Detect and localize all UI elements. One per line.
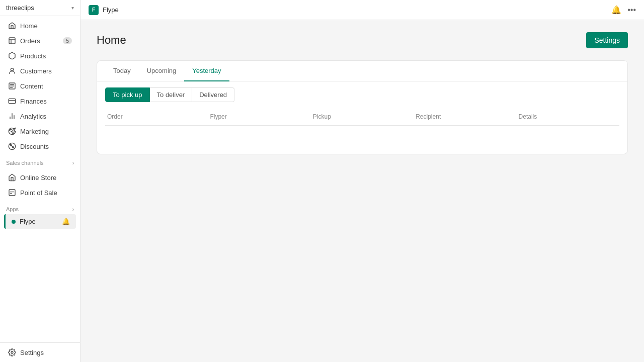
- svg-point-1: [11, 68, 13, 71]
- subtab-delivered[interactable]: Delivered: [192, 87, 234, 102]
- sales-channels-label: Sales channels: [6, 160, 44, 166]
- col-recipient: Recipient: [414, 113, 516, 120]
- sales-channels-nav: Online Store Point of Sale: [0, 168, 80, 202]
- store-selector[interactable]: threeclips ▾: [0, 0, 80, 16]
- sidebar-item-label: Orders: [20, 37, 40, 45]
- col-details: Details: [517, 113, 619, 120]
- bell-icon[interactable]: 🔔: [611, 5, 621, 15]
- status-subtabs: To pick up To deliver Delivered: [97, 81, 627, 108]
- sidebar-item-label: Finances: [20, 98, 47, 105]
- flype-dot-icon: [12, 220, 16, 224]
- date-tabs: Today Upcoming Yesterday: [97, 61, 627, 81]
- finances-icon: [8, 97, 16, 105]
- main-nav: Home Orders 5 Products Customers: [0, 16, 80, 156]
- sidebar-item-label: Analytics: [20, 113, 46, 120]
- sidebar-item-analytics[interactable]: Analytics: [2, 109, 78, 124]
- tab-upcoming[interactable]: Upcoming: [139, 61, 185, 81]
- products-icon: [8, 52, 16, 60]
- svg-rect-7: [9, 190, 15, 196]
- col-pickup: Pickup: [311, 113, 414, 120]
- col-order: Order: [105, 113, 208, 120]
- sidebar-item-products[interactable]: Products: [2, 48, 78, 63]
- table-body: [105, 126, 619, 146]
- sidebar-item-settings[interactable]: Settings: [2, 345, 78, 360]
- orders-icon: [8, 37, 16, 45]
- sidebar-item-label: Products: [20, 52, 46, 60]
- home-icon: [8, 22, 16, 30]
- content-icon: [8, 82, 16, 90]
- orders-badge: 5: [63, 37, 72, 44]
- svg-point-8: [11, 351, 13, 353]
- sidebar-item-label: Marketing: [20, 128, 49, 135]
- page-header: Home Settings: [97, 32, 628, 48]
- sidebar-bottom: Settings: [0, 342, 80, 362]
- more-icon[interactable]: •••: [627, 6, 636, 15]
- apps-label: Apps: [6, 206, 19, 212]
- sidebar-item-content[interactable]: Content: [2, 78, 78, 94]
- subtab-to-pick-up[interactable]: To pick up: [105, 87, 150, 102]
- sidebar-item-label: Customers: [20, 67, 52, 75]
- chevron-right-icon: ›: [72, 207, 74, 212]
- sidebar-item-label: Settings: [20, 349, 44, 356]
- orders-table: Order Flyper Pickup Recipient Details: [97, 108, 627, 154]
- subtab-to-deliver[interactable]: To deliver: [150, 87, 193, 102]
- app-icon: F: [89, 5, 99, 15]
- svg-rect-3: [9, 99, 15, 103]
- topbar: F Flype 🔔 •••: [80, 0, 644, 20]
- sidebar-item-finances[interactable]: Finances: [2, 94, 78, 109]
- topbar-right: 🔔 •••: [611, 5, 636, 15]
- main-card: Today Upcoming Yesterday To pick up To d…: [97, 60, 628, 154]
- sidebar-item-label: Online Store: [20, 174, 56, 182]
- apps-header[interactable]: Apps ›: [0, 202, 80, 214]
- sidebar-item-home[interactable]: Home: [2, 18, 78, 33]
- tab-today[interactable]: Today: [105, 61, 139, 81]
- gear-icon: [8, 348, 16, 356]
- bell-filled-icon: 🔔: [62, 218, 70, 225]
- store-name: threeclips: [6, 4, 34, 12]
- sidebar-item-point-of-sale[interactable]: Point of Sale: [2, 185, 78, 200]
- customers-icon: [8, 67, 16, 75]
- marketing-icon: [8, 127, 16, 135]
- sidebar-item-online-store[interactable]: Online Store: [2, 170, 78, 185]
- sidebar-item-label: Flype: [20, 218, 36, 225]
- online-store-icon: [8, 173, 16, 182]
- settings-button[interactable]: Settings: [586, 32, 628, 48]
- sidebar-item-customers[interactable]: Customers: [2, 63, 78, 78]
- page-content: Home Settings Today Upcoming Yesterday T…: [80, 20, 644, 362]
- sidebar-item-flype[interactable]: Flype 🔔: [4, 214, 76, 229]
- analytics-icon: [8, 112, 16, 120]
- table-header: Order Flyper Pickup Recipient Details: [105, 108, 619, 126]
- discounts-icon: [8, 142, 16, 150]
- sidebar-item-label: Point of Sale: [20, 189, 57, 197]
- col-flyper: Flyper: [208, 113, 310, 120]
- tab-yesterday[interactable]: Yesterday: [184, 61, 229, 81]
- sidebar-item-label: Discounts: [20, 143, 49, 150]
- svg-rect-0: [9, 38, 15, 44]
- chevron-right-icon: ›: [72, 160, 74, 166]
- page-title: Home: [97, 34, 126, 47]
- pos-icon: [8, 189, 16, 197]
- sidebar-item-discounts[interactable]: Discounts: [2, 139, 78, 154]
- sidebar-item-label: Content: [20, 82, 43, 90]
- sidebar-item-orders[interactable]: Orders 5: [2, 33, 78, 48]
- app-name: Flype: [103, 6, 119, 14]
- sidebar-item-label: Home: [20, 22, 38, 30]
- main-area: F Flype 🔔 ••• Home Settings Today Upcomi…: [80, 0, 644, 362]
- sidebar-item-marketing[interactable]: Marketing: [2, 124, 78, 139]
- sales-channels-header[interactable]: Sales channels ›: [0, 156, 80, 168]
- chevron-down-icon: ▾: [71, 5, 74, 11]
- sidebar: threeclips ▾ Home Orders 5 Products: [0, 0, 80, 362]
